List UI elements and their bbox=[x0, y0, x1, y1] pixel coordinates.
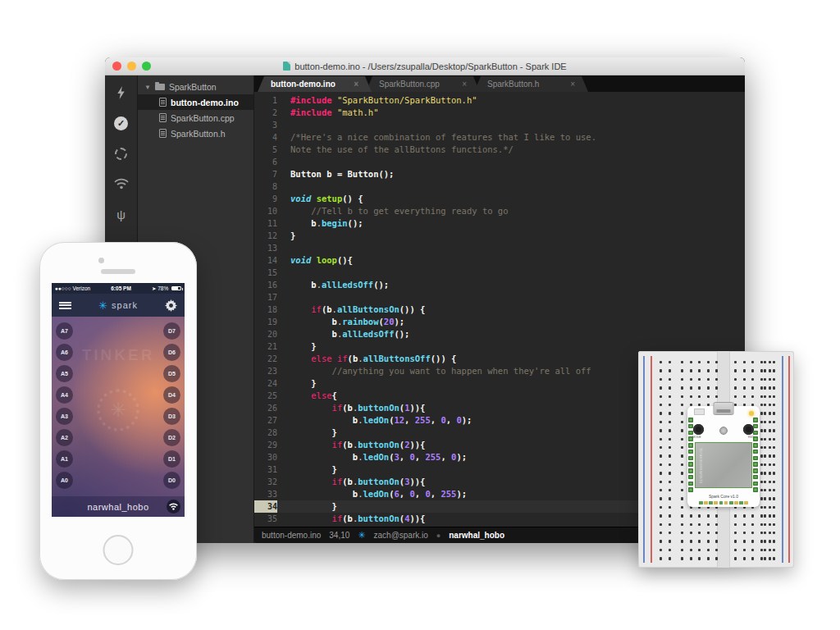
home-button[interactable] bbox=[103, 535, 134, 565]
mode-button[interactable] bbox=[693, 424, 704, 435]
gear-icon[interactable] bbox=[165, 299, 177, 312]
line-number: 11 bbox=[254, 217, 277, 230]
device-name-bar: narwhal_hobo bbox=[52, 496, 185, 517]
tab-SparkButton.h[interactable]: SparkButton.h× bbox=[474, 76, 588, 92]
pin-button-A5[interactable]: A5 bbox=[56, 365, 73, 382]
code-token: (); bbox=[373, 280, 389, 290]
line-content bbox=[277, 242, 290, 254]
breadboard-hole bbox=[773, 489, 775, 491]
breadboard-hole bbox=[760, 369, 763, 372]
code-line-4: 4/*Here's a nice combination of features… bbox=[254, 131, 745, 144]
breadboard-hole bbox=[681, 523, 683, 526]
breadboard-hole bbox=[769, 472, 771, 474]
code-line-7: 7Button b = Button(); bbox=[254, 168, 745, 180]
tab-SparkButton.cpp[interactable]: SparkButton.cpp× bbox=[366, 76, 480, 92]
pin-button-A1[interactable]: A1 bbox=[56, 450, 73, 468]
pin-button-D0[interactable]: D0 bbox=[163, 472, 180, 489]
clock-label: 6:05 PM bbox=[111, 285, 131, 291]
file-icon bbox=[159, 113, 167, 122]
verify-check-icon[interactable]: ✓ bbox=[114, 116, 129, 130]
breadboard-hole bbox=[669, 361, 671, 363]
breadboard-hole bbox=[773, 369, 775, 372]
code-token: ); bbox=[456, 452, 467, 462]
breadboard-hole bbox=[660, 472, 662, 474]
tree-folder[interactable]: ▼ SparkButton bbox=[138, 80, 253, 94]
line-content: b.ledOn(3, 0, 255, 0); bbox=[277, 451, 467, 463]
line-content: if(b.allButtonsOn()) { bbox=[277, 304, 425, 316]
line-content bbox=[277, 267, 290, 279]
tree-file-SparkButton.cpp[interactable]: SparkButton.cpp bbox=[138, 110, 253, 126]
breadboard-hole bbox=[669, 497, 671, 500]
breadboard-hole bbox=[660, 395, 662, 398]
breadboard-hole bbox=[734, 549, 737, 551]
code-token: ledOn bbox=[363, 415, 390, 425]
breadboard-hole bbox=[773, 378, 775, 381]
target-icon[interactable] bbox=[114, 146, 129, 161]
tab-close-icon[interactable]: × bbox=[354, 80, 358, 89]
line-number: 30 bbox=[254, 451, 277, 463]
code-token bbox=[290, 415, 353, 425]
breadboard-hole bbox=[707, 386, 710, 389]
pin-button-D7[interactable]: D7 bbox=[163, 322, 180, 340]
breadboard-hole bbox=[773, 386, 775, 389]
tab-close-icon[interactable]: × bbox=[570, 80, 575, 89]
tree-file-label: SparkButton.cpp bbox=[171, 113, 235, 123]
code-line-16: 16 b.allLedsOff(); bbox=[254, 279, 745, 291]
pin-button-A2[interactable]: A2 bbox=[56, 429, 73, 446]
tree-file-SparkButton.h[interactable]: SparkButton.h bbox=[138, 126, 253, 141]
pin-button-D4[interactable]: D4 bbox=[163, 386, 180, 404]
pin-button-D2[interactable]: D2 bbox=[163, 429, 180, 446]
breadboard-hole bbox=[698, 369, 701, 372]
breadboard-hole bbox=[764, 549, 766, 551]
code-token: { bbox=[332, 390, 337, 400]
pin-button-D1[interactable]: D1 bbox=[163, 450, 180, 468]
title-bar[interactable]: button-demo.ino - /Users/zsupalla/Deskto… bbox=[105, 57, 745, 75]
breadboard-hole bbox=[669, 446, 671, 449]
code-token bbox=[290, 317, 332, 326]
breadboard-hole bbox=[707, 532, 710, 534]
pin-button-A7[interactable]: A7 bbox=[56, 322, 73, 340]
pin-button-A0[interactable]: A0 bbox=[56, 472, 73, 489]
core-pin-pad bbox=[753, 475, 758, 480]
line-content: b.begin(); bbox=[277, 217, 363, 230]
breadboard-hole bbox=[698, 523, 701, 526]
core-pin-pad bbox=[688, 431, 693, 436]
breadboard-hole bbox=[690, 386, 692, 389]
wifi-status-icon[interactable] bbox=[167, 500, 180, 514]
breadboard-hole bbox=[690, 378, 692, 381]
pin-button-A3[interactable]: A3 bbox=[56, 408, 73, 425]
line-content: } bbox=[277, 340, 317, 353]
flash-icon[interactable] bbox=[114, 85, 129, 100]
line-number: 20 bbox=[254, 328, 277, 340]
pin-button-A4[interactable]: A4 bbox=[56, 386, 73, 404]
line-content: Button b = Button(); bbox=[277, 168, 394, 180]
tab-bar: button-demo.ino×SparkButton.cpp×SparkBut… bbox=[254, 75, 745, 92]
tree-file-button-demo.ino[interactable]: button-demo.ino bbox=[138, 94, 253, 110]
tab-button-demo.ino[interactable]: button-demo.ino× bbox=[258, 76, 372, 92]
code-token: 12 bbox=[394, 415, 404, 425]
pin-button-A6[interactable]: A6 bbox=[56, 344, 73, 361]
breadboard-hole bbox=[669, 506, 671, 509]
pin-button-D6[interactable]: D6 bbox=[163, 344, 180, 361]
breadboard-hole bbox=[751, 378, 754, 381]
breadboard-hole bbox=[715, 523, 718, 526]
status-device-name: narwhal_hobo bbox=[449, 531, 504, 540]
code-token: )){ bbox=[409, 514, 425, 523]
usb-icon[interactable]: ψ bbox=[114, 207, 129, 221]
wifi-icon[interactable] bbox=[114, 176, 129, 191]
breadboard-hole bbox=[681, 421, 683, 423]
pin-button-D3[interactable]: D3 bbox=[163, 408, 180, 425]
breadboard-hole bbox=[690, 369, 692, 372]
pin-button-D5[interactable]: D5 bbox=[163, 365, 180, 382]
breadboard-hole bbox=[698, 514, 701, 517]
breadboard-hole bbox=[751, 386, 754, 389]
breadboard-hole bbox=[743, 523, 746, 526]
breadboard-hole bbox=[743, 386, 746, 389]
tab-close-icon[interactable]: × bbox=[462, 80, 467, 89]
code-token: , bbox=[431, 489, 441, 499]
line-content: } bbox=[277, 230, 295, 242]
power-rail-line bbox=[788, 356, 790, 563]
breadboard-hole bbox=[743, 549, 746, 551]
analog-pin-column: A7A6A5A4A3A2A1A0 bbox=[56, 322, 73, 489]
cursor-position: 34,10 bbox=[329, 531, 349, 540]
